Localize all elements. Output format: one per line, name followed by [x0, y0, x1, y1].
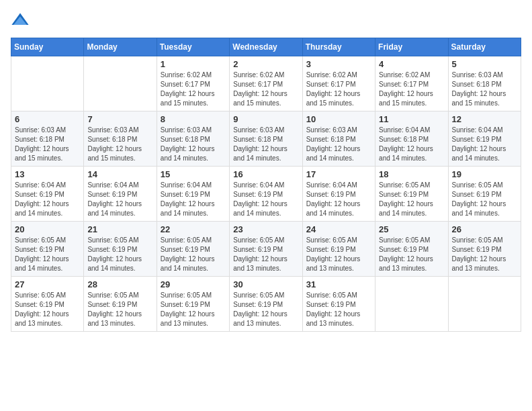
day-info: Sunrise: 6:05 AM Sunset: 6:19 PM Dayligh… [15, 291, 80, 328]
day-number: 17 [306, 169, 371, 179]
calendar-cell: 9Sunrise: 6:03 AM Sunset: 6:18 PM Daylig… [230, 111, 302, 167]
day-info: Sunrise: 6:02 AM Sunset: 6:17 PM Dayligh… [161, 71, 226, 108]
calendar-cell: 7Sunrise: 6:03 AM Sunset: 6:18 PM Daylig… [84, 111, 157, 167]
day-info: Sunrise: 6:05 AM Sunset: 6:19 PM Dayligh… [15, 236, 80, 273]
day-info: Sunrise: 6:05 AM Sunset: 6:19 PM Dayligh… [452, 181, 517, 218]
day-number: 23 [233, 224, 298, 234]
day-number: 12 [452, 114, 517, 124]
day-info: Sunrise: 6:05 AM Sunset: 6:19 PM Dayligh… [306, 291, 371, 328]
calendar-week-4: 20Sunrise: 6:05 AM Sunset: 6:19 PM Dayli… [11, 222, 521, 277]
day-number: 24 [306, 224, 371, 234]
day-number: 31 [306, 279, 371, 289]
calendar-table: SundayMondayTuesdayWednesdayThursdayFrid… [11, 38, 521, 332]
day-number: 8 [161, 114, 226, 124]
day-number: 4 [379, 59, 444, 69]
day-number: 2 [233, 59, 298, 69]
calendar-cell: 8Sunrise: 6:03 AM Sunset: 6:18 PM Daylig… [157, 111, 229, 167]
day-info: Sunrise: 6:02 AM Sunset: 6:17 PM Dayligh… [233, 71, 298, 108]
calendar-cell: 30Sunrise: 6:05 AM Sunset: 6:19 PM Dayli… [230, 277, 302, 332]
day-number: 13 [15, 169, 80, 179]
calendar-cell: 14Sunrise: 6:04 AM Sunset: 6:19 PM Dayli… [84, 167, 157, 222]
calendar-cell [448, 277, 521, 332]
calendar-cell: 2Sunrise: 6:02 AM Sunset: 6:17 PM Daylig… [230, 56, 302, 111]
day-info: Sunrise: 6:04 AM Sunset: 6:19 PM Dayligh… [452, 126, 517, 163]
day-number: 21 [87, 224, 152, 234]
day-number: 5 [452, 59, 517, 69]
day-info: Sunrise: 6:04 AM Sunset: 6:19 PM Dayligh… [233, 181, 298, 218]
day-number: 16 [233, 169, 298, 179]
weekday-header-sunday: Sunday [11, 38, 84, 56]
day-info: Sunrise: 6:03 AM Sunset: 6:18 PM Dayligh… [233, 126, 298, 163]
calendar-week-2: 6Sunrise: 6:03 AM Sunset: 6:18 PM Daylig… [11, 111, 521, 167]
calendar-week-5: 27Sunrise: 6:05 AM Sunset: 6:19 PM Dayli… [11, 277, 521, 332]
day-info: Sunrise: 6:05 AM Sunset: 6:19 PM Dayligh… [161, 291, 226, 328]
calendar-cell: 3Sunrise: 6:02 AM Sunset: 6:17 PM Daylig… [302, 56, 375, 111]
day-info: Sunrise: 6:04 AM Sunset: 6:19 PM Dayligh… [87, 181, 152, 218]
day-number: 1 [161, 59, 226, 69]
day-number: 3 [306, 59, 371, 69]
calendar-cell: 24Sunrise: 6:05 AM Sunset: 6:19 PM Dayli… [302, 222, 375, 277]
day-info: Sunrise: 6:04 AM Sunset: 6:19 PM Dayligh… [15, 181, 80, 218]
day-info: Sunrise: 6:05 AM Sunset: 6:19 PM Dayligh… [379, 236, 444, 273]
day-info: Sunrise: 6:05 AM Sunset: 6:19 PM Dayligh… [233, 291, 298, 328]
day-info: Sunrise: 6:05 AM Sunset: 6:19 PM Dayligh… [379, 181, 444, 218]
weekday-header-thursday: Thursday [302, 38, 375, 56]
day-number: 7 [87, 114, 152, 124]
calendar-cell: 6Sunrise: 6:03 AM Sunset: 6:18 PM Daylig… [11, 111, 84, 167]
page-header [11, 11, 521, 30]
calendar-cell: 27Sunrise: 6:05 AM Sunset: 6:19 PM Dayli… [11, 277, 84, 332]
calendar-cell: 31Sunrise: 6:05 AM Sunset: 6:19 PM Dayli… [302, 277, 375, 332]
calendar-cell: 26Sunrise: 6:05 AM Sunset: 6:19 PM Dayli… [448, 222, 521, 277]
calendar-cell: 13Sunrise: 6:04 AM Sunset: 6:19 PM Dayli… [11, 167, 84, 222]
day-number: 11 [379, 114, 444, 124]
weekday-header-tuesday: Tuesday [157, 38, 229, 56]
calendar-cell: 18Sunrise: 6:05 AM Sunset: 6:19 PM Dayli… [375, 167, 448, 222]
calendar-cell [84, 56, 157, 111]
calendar-cell: 28Sunrise: 6:05 AM Sunset: 6:19 PM Dayli… [84, 277, 157, 332]
calendar-cell: 5Sunrise: 6:03 AM Sunset: 6:18 PM Daylig… [448, 56, 521, 111]
day-info: Sunrise: 6:03 AM Sunset: 6:18 PM Dayligh… [306, 126, 371, 163]
day-number: 27 [15, 279, 80, 289]
calendar-cell: 20Sunrise: 6:05 AM Sunset: 6:19 PM Dayli… [11, 222, 84, 277]
weekday-header-wednesday: Wednesday [230, 38, 302, 56]
calendar-cell [375, 277, 448, 332]
calendar-cell: 15Sunrise: 6:04 AM Sunset: 6:19 PM Dayli… [157, 167, 229, 222]
day-number: 18 [379, 169, 444, 179]
day-info: Sunrise: 6:03 AM Sunset: 6:18 PM Dayligh… [452, 71, 517, 108]
calendar-cell: 1Sunrise: 6:02 AM Sunset: 6:17 PM Daylig… [157, 56, 229, 111]
logo-icon [11, 11, 30, 30]
day-info: Sunrise: 6:04 AM Sunset: 6:19 PM Dayligh… [306, 181, 371, 218]
day-info: Sunrise: 6:05 AM Sunset: 6:19 PM Dayligh… [233, 236, 298, 273]
calendar-cell: 29Sunrise: 6:05 AM Sunset: 6:19 PM Dayli… [157, 277, 229, 332]
day-info: Sunrise: 6:05 AM Sunset: 6:19 PM Dayligh… [87, 236, 152, 273]
day-info: Sunrise: 6:02 AM Sunset: 6:17 PM Dayligh… [379, 71, 444, 108]
day-info: Sunrise: 6:02 AM Sunset: 6:17 PM Dayligh… [306, 71, 371, 108]
calendar-cell: 19Sunrise: 6:05 AM Sunset: 6:19 PM Dayli… [448, 167, 521, 222]
day-info: Sunrise: 6:03 AM Sunset: 6:18 PM Dayligh… [161, 126, 226, 163]
calendar-cell: 25Sunrise: 6:05 AM Sunset: 6:19 PM Dayli… [375, 222, 448, 277]
day-number: 14 [87, 169, 152, 179]
day-number: 9 [233, 114, 298, 124]
calendar-cell: 4Sunrise: 6:02 AM Sunset: 6:17 PM Daylig… [375, 56, 448, 111]
calendar-cell: 21Sunrise: 6:05 AM Sunset: 6:19 PM Dayli… [84, 222, 157, 277]
logo [11, 11, 32, 30]
calendar-header-row: SundayMondayTuesdayWednesdayThursdayFrid… [11, 38, 521, 56]
calendar-cell [11, 56, 84, 111]
calendar-cell: 11Sunrise: 6:04 AM Sunset: 6:18 PM Dayli… [375, 111, 448, 167]
day-number: 22 [161, 224, 226, 234]
weekday-header-saturday: Saturday [448, 38, 521, 56]
calendar-cell: 12Sunrise: 6:04 AM Sunset: 6:19 PM Dayli… [448, 111, 521, 167]
day-number: 28 [87, 279, 152, 289]
day-number: 26 [452, 224, 517, 234]
day-info: Sunrise: 6:03 AM Sunset: 6:18 PM Dayligh… [15, 126, 80, 163]
day-number: 19 [452, 169, 517, 179]
day-info: Sunrise: 6:05 AM Sunset: 6:19 PM Dayligh… [452, 236, 517, 273]
day-info: Sunrise: 6:05 AM Sunset: 6:19 PM Dayligh… [161, 236, 226, 273]
day-info: Sunrise: 6:04 AM Sunset: 6:18 PM Dayligh… [379, 126, 444, 163]
calendar-cell: 23Sunrise: 6:05 AM Sunset: 6:19 PM Dayli… [230, 222, 302, 277]
calendar-cell: 16Sunrise: 6:04 AM Sunset: 6:19 PM Dayli… [230, 167, 302, 222]
day-info: Sunrise: 6:04 AM Sunset: 6:19 PM Dayligh… [161, 181, 226, 218]
day-number: 29 [161, 279, 226, 289]
calendar-week-3: 13Sunrise: 6:04 AM Sunset: 6:19 PM Dayli… [11, 167, 521, 222]
day-info: Sunrise: 6:05 AM Sunset: 6:19 PM Dayligh… [87, 291, 152, 328]
